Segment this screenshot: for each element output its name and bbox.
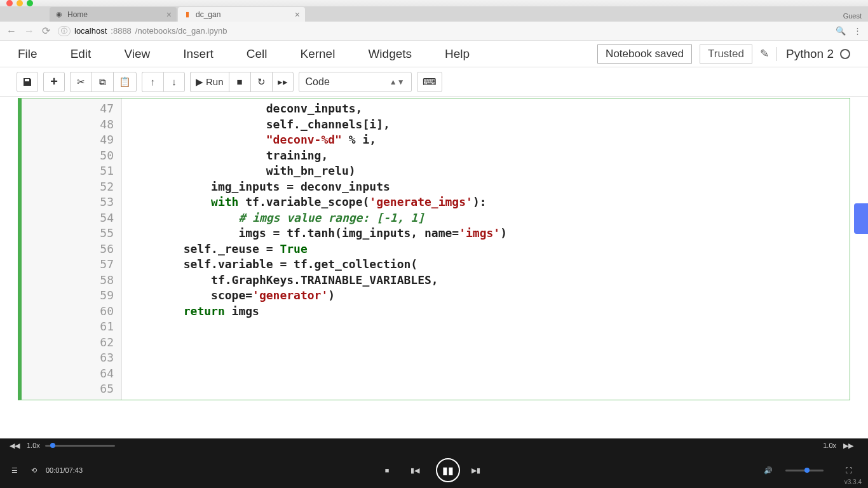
- menu-edit[interactable]: Edit: [71, 47, 92, 61]
- rewind-icon[interactable]: ◀◀: [8, 438, 22, 452]
- command-palette-button[interactable]: ⌨: [417, 72, 442, 92]
- address-bar: ← → ⟳ ⓘ localhost:8888/notebooks/dc_gan.…: [0, 22, 868, 41]
- line-number: 52: [22, 179, 121, 195]
- forward-button[interactable]: →: [24, 25, 34, 37]
- url-field[interactable]: ⓘ localhost:8888/notebooks/dc_gan.ipynb: [58, 26, 828, 36]
- code-line[interactable]: scope='generator'): [128, 288, 843, 304]
- stop-button[interactable]: ■: [229, 72, 250, 92]
- back-button[interactable]: ←: [6, 25, 17, 37]
- next-track-icon[interactable]: ▶▮: [469, 463, 483, 477]
- line-number: 47: [22, 101, 121, 117]
- move-down-button[interactable]: ↓: [163, 72, 185, 92]
- loop-icon[interactable]: ⟲: [27, 463, 41, 477]
- line-number: 56: [22, 241, 121, 257]
- menu-widgets[interactable]: Widgets: [368, 47, 412, 61]
- guest-label: Guest: [837, 10, 868, 22]
- code-line[interactable]: img_inputs = deconv_inputs: [128, 179, 843, 195]
- window-title-bar: [0, 0, 868, 6]
- copy-button[interactable]: ⧉: [92, 72, 113, 92]
- line-number-gutter: 47484950515253545556575859606162636465: [22, 98, 122, 400]
- volume-slider[interactable]: [785, 470, 824, 471]
- run-button[interactable]: ▶Run: [190, 72, 229, 92]
- line-number: 51: [22, 163, 121, 179]
- pause-button[interactable]: ▮▮: [436, 458, 460, 482]
- save-button[interactable]: [17, 72, 38, 92]
- code-line[interactable]: imgs = tf.tanh(img_inputs, name='imgs'): [128, 226, 843, 241]
- video-progress-bar[interactable]: ◀◀ 1.0x 1.0x ▶▶: [0, 438, 868, 452]
- reload-button[interactable]: ⟳: [42, 25, 50, 37]
- tab-title: Home: [67, 10, 88, 19]
- edit-icon[interactable]: ✎: [760, 47, 769, 60]
- add-cell-button[interactable]: +: [43, 72, 65, 92]
- window-max-dot[interactable]: [27, 0, 33, 6]
- code-line[interactable]: self.variable = tf.get_collection(: [128, 257, 843, 273]
- trusted-button[interactable]: Trusted: [700, 44, 752, 64]
- time-display: 00:01/07:43: [46, 466, 83, 474]
- code-line[interactable]: tf.GraphKeys.TRAINABLE_VARIABLES,: [128, 273, 843, 288]
- fastforward-icon[interactable]: ▶▶: [841, 438, 855, 452]
- menu-kernel[interactable]: Kernel: [300, 47, 335, 61]
- line-number: 62: [22, 335, 121, 351]
- fullscreen-icon[interactable]: ⛶: [841, 463, 855, 477]
- restart-run-all-button[interactable]: ▸▸: [272, 72, 294, 92]
- jupyter-icon: ◉: [55, 10, 64, 19]
- speed-right: 1.0x: [823, 442, 836, 449]
- code-editor[interactable]: deconv_inputs, self._channels[i], "decon…: [122, 98, 850, 400]
- run-label: Run: [206, 76, 224, 87]
- close-icon[interactable]: ×: [166, 10, 172, 20]
- cut-button[interactable]: ✂: [70, 72, 92, 92]
- prev-track-icon[interactable]: ▮◀: [408, 463, 422, 477]
- menu-insert[interactable]: Insert: [183, 47, 214, 61]
- notebook-saved-badge: Notebook saved: [597, 44, 692, 64]
- url-host: localhost: [74, 26, 107, 36]
- jupyter-toolbar: + ✂ ⧉ 📋 ↑ ↓ ▶Run ■ ↻ ▸▸ Code ▲▼ ⌨: [0, 67, 868, 97]
- kernel-label: Python 2: [786, 47, 834, 61]
- code-line[interactable]: training,: [128, 148, 843, 164]
- code-line[interactable]: with tf.variable_scope('generate_imgs'):: [128, 194, 843, 210]
- speed-slider-left[interactable]: [45, 445, 115, 447]
- line-number: 49: [22, 132, 121, 148]
- kernel-indicator: Python 2: [776, 47, 850, 61]
- move-up-button[interactable]: ↑: [142, 72, 163, 92]
- code-line[interactable]: "deconv-%d" % i,: [128, 132, 843, 148]
- line-number: 50: [22, 148, 121, 164]
- cell-type-select[interactable]: Code ▲▼: [299, 72, 412, 92]
- line-number: 64: [22, 366, 121, 382]
- side-panel-handle[interactable]: [854, 203, 868, 234]
- line-number: 48: [22, 117, 121, 133]
- video-controls: ☰ ⟲ 00:01/07:43 ■ ▮◀ ▮▮ ▶▮ 🔊 ⛶ v3.3.4: [0, 452, 868, 488]
- menu-icon[interactable]: ⋮: [853, 26, 862, 36]
- code-line[interactable]: self._reuse = True: [128, 241, 843, 257]
- url-path: /notebooks/dc_gan.ipynb: [135, 26, 227, 36]
- code-cell[interactable]: 47484950515253545556575859606162636465 d…: [18, 98, 850, 400]
- code-line[interactable]: return imgs: [128, 304, 843, 320]
- line-number: 60: [22, 304, 121, 320]
- jupyter-menu-bar: File Edit View Insert Cell Kernel Widget…: [0, 41, 868, 67]
- speed-left: 1.0x: [27, 442, 40, 449]
- line-number: 58: [22, 273, 121, 288]
- stop-icon[interactable]: ■: [380, 463, 394, 477]
- volume-icon[interactable]: 🔊: [761, 463, 775, 477]
- playlist-icon[interactable]: ☰: [8, 463, 22, 477]
- notebook-icon: ▮: [183, 10, 192, 19]
- paste-button[interactable]: 📋: [113, 72, 137, 92]
- menu-file[interactable]: File: [18, 47, 37, 61]
- menu-view[interactable]: View: [124, 47, 150, 61]
- code-line[interactable]: deconv_inputs,: [128, 101, 843, 117]
- browser-tab-strip: ◉ Home × ▮ dc_gan × Guest: [0, 6, 868, 22]
- window-close-dot[interactable]: [6, 0, 13, 6]
- line-number: 59: [22, 288, 121, 304]
- close-icon[interactable]: ×: [295, 10, 300, 20]
- window-min-dot[interactable]: [17, 0, 23, 6]
- restart-button[interactable]: ↻: [250, 72, 272, 92]
- code-line[interactable]: # imgs value range: [-1, 1]: [128, 210, 843, 226]
- menu-cell[interactable]: Cell: [247, 47, 268, 61]
- line-number: 57: [22, 257, 121, 273]
- menu-help[interactable]: Help: [445, 47, 470, 61]
- tab-home[interactable]: ◉ Home ×: [50, 7, 177, 22]
- code-line[interactable]: with_bn_relu): [128, 163, 843, 179]
- info-icon: ⓘ: [58, 26, 71, 36]
- code-line[interactable]: self._channels[i],: [128, 117, 843, 133]
- zoom-icon[interactable]: 🔍: [836, 26, 846, 36]
- tab-dc-gan[interactable]: ▮ dc_gan ×: [178, 7, 305, 22]
